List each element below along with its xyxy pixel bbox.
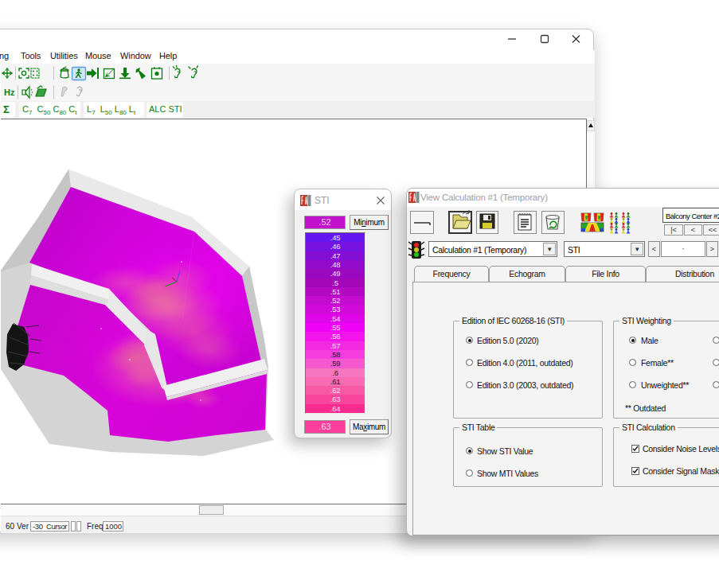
svg-text:Hz: Hz xyxy=(4,88,15,97)
